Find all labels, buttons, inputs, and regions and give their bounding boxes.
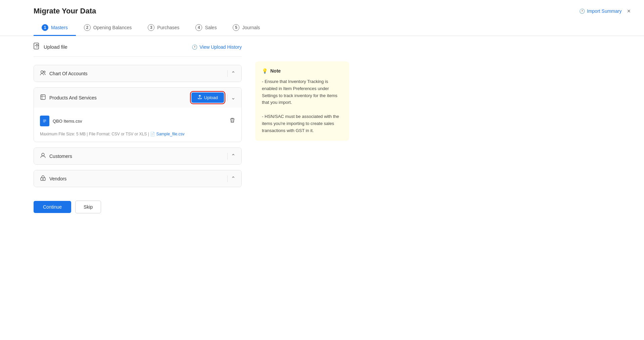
nav-tabs: 1 Masters 2 Opening Balances 3 Purchases…	[0, 15, 644, 36]
tab-number-journals: 5	[233, 24, 239, 31]
tab-number-sales: 4	[195, 24, 202, 31]
accordion-left-vendors: Vendors	[40, 175, 66, 182]
file-item-left: QBO Items.csv	[40, 116, 82, 126]
history-clock-icon: 🕐	[192, 44, 197, 50]
page-wrapper: Migrate Your Data 🕐 Import Summary × 1 M…	[0, 0, 644, 340]
upload-file-icon	[34, 43, 40, 51]
view-history-label: View Upload History	[199, 44, 242, 50]
accordion-left-chart: Chart Of Accounts	[40, 70, 88, 77]
accordion-customers: Customers ⌃	[34, 147, 242, 165]
note-panel: 💡 Note - Ensure that Inventory Tracking …	[255, 61, 349, 213]
sample-file-link[interactable]: Sample_file.csv	[156, 132, 184, 136]
tab-sales[interactable]: 4 Sales	[187, 21, 225, 36]
continue-button[interactable]: Continue	[34, 201, 71, 213]
upload-button[interactable]: Upload	[191, 92, 224, 103]
vendors-label: Vendors	[49, 176, 66, 181]
svg-point-2	[44, 71, 45, 73]
upload-icon	[197, 95, 202, 100]
divider2	[227, 94, 228, 101]
svg-point-1	[41, 71, 43, 73]
tab-journals[interactable]: 5 Journals	[225, 21, 268, 36]
tab-label-purchases: Purchases	[157, 25, 179, 30]
note-text: - Ensure that Inventory Tracking is enab…	[262, 78, 342, 134]
accordion-header-vendors[interactable]: Vendors ⌃	[34, 170, 241, 187]
sample-file-icon: 📄	[150, 132, 155, 136]
person-group-icon	[40, 70, 46, 77]
file-icon	[40, 116, 49, 126]
accordion-left-customers: Customers	[40, 153, 72, 160]
import-summary-button[interactable]: 🕐 Import Summary	[579, 8, 622, 14]
skip-button[interactable]: Skip	[75, 201, 101, 213]
note-title-text: Note	[270, 68, 281, 74]
file-meta-text: Maximum File Size: 5 MB | File Format: C…	[40, 132, 150, 136]
accordion-body-products: QBO Items.csv Maximum File Size: 5 MB | …	[34, 108, 241, 142]
accordion-right-products: Upload ⌄	[191, 92, 235, 103]
upload-file-title: Upload file	[44, 44, 67, 50]
tab-masters[interactable]: 1 Masters	[34, 21, 76, 36]
chevron-up-icon-vendors: ⌃	[231, 175, 235, 182]
chevron-up-icon-customers: ⌃	[231, 153, 235, 159]
tab-purchases[interactable]: 3 Purchases	[140, 21, 187, 36]
accordion-header-customers[interactable]: Customers ⌃	[34, 148, 241, 164]
customers-label: Customers	[49, 154, 72, 159]
note-title: 💡 Note	[262, 68, 342, 74]
main-content: Upload file 🕐 View Upload History	[0, 36, 644, 227]
box-icon	[40, 94, 46, 101]
accordion-left-products: Products And Services	[40, 94, 97, 101]
view-upload-history-button[interactable]: 🕐 View Upload History	[192, 44, 242, 50]
page-header: Migrate Your Data 🕐 Import Summary ×	[0, 0, 644, 15]
accordion-vendors: Vendors ⌃	[34, 170, 242, 187]
accordion-right-chart: ⌃	[227, 70, 235, 77]
divider3	[227, 153, 228, 160]
chart-of-accounts-label: Chart Of Accounts	[49, 71, 88, 76]
tab-label-journals: Journals	[242, 25, 260, 30]
tab-label-opening-balances: Opening Balances	[93, 25, 132, 30]
clock-icon: 🕐	[579, 8, 585, 14]
file-name: QBO Items.csv	[53, 119, 82, 124]
accordion-chart-of-accounts: Chart Of Accounts ⌃	[34, 65, 242, 82]
person-icon	[40, 153, 46, 160]
note-box: 💡 Note - Ensure that Inventory Tracking …	[255, 61, 349, 141]
bottom-actions: Continue Skip	[34, 193, 242, 213]
svg-point-7	[43, 179, 44, 180]
svg-rect-6	[41, 178, 45, 180]
chevron-down-icon: ⌄	[231, 94, 235, 101]
tab-label-masters: Masters	[51, 25, 68, 30]
note-content: - Ensure that Inventory Tracking is enab…	[262, 79, 339, 133]
upload-label: Upload	[204, 95, 218, 100]
upload-file-left: Upload file	[34, 43, 67, 51]
header-right: 🕐 Import Summary ×	[579, 8, 631, 15]
svg-rect-3	[41, 95, 45, 99]
tab-number-purchases: 3	[148, 24, 154, 31]
divider	[227, 70, 228, 77]
upload-file-header: Upload file 🕐 View Upload History	[34, 36, 242, 57]
accordion-header-products[interactable]: Products And Services Upload	[34, 88, 241, 108]
tab-label-sales: Sales	[205, 25, 217, 30]
accordion-right-customers: ⌃	[227, 153, 235, 160]
vendor-icon	[40, 175, 46, 182]
tab-number-opening-balances: 2	[84, 24, 91, 31]
products-services-label: Products And Services	[49, 95, 97, 100]
import-summary-label: Import Summary	[587, 8, 622, 14]
lightbulb-icon: 💡	[262, 68, 268, 74]
accordion-header-chart-of-accounts[interactable]: Chart Of Accounts ⌃	[34, 65, 241, 82]
file-item: QBO Items.csv	[40, 113, 235, 129]
close-button[interactable]: ×	[627, 8, 631, 15]
page-title: Migrate Your Data	[34, 7, 96, 15]
tab-opening-balances[interactable]: 2 Opening Balances	[76, 21, 140, 36]
file-meta: Maximum File Size: 5 MB | File Format: C…	[40, 132, 235, 136]
tab-number-masters: 1	[42, 24, 48, 31]
delete-icon[interactable]	[229, 117, 235, 125]
svg-rect-0	[34, 43, 39, 49]
left-panel: Upload file 🕐 View Upload History	[34, 36, 242, 213]
divider4	[227, 175, 228, 182]
chevron-up-icon: ⌃	[231, 70, 235, 77]
svg-point-5	[42, 153, 44, 156]
accordion-products-services: Products And Services Upload	[34, 87, 242, 142]
accordion-right-vendors: ⌃	[227, 175, 235, 182]
